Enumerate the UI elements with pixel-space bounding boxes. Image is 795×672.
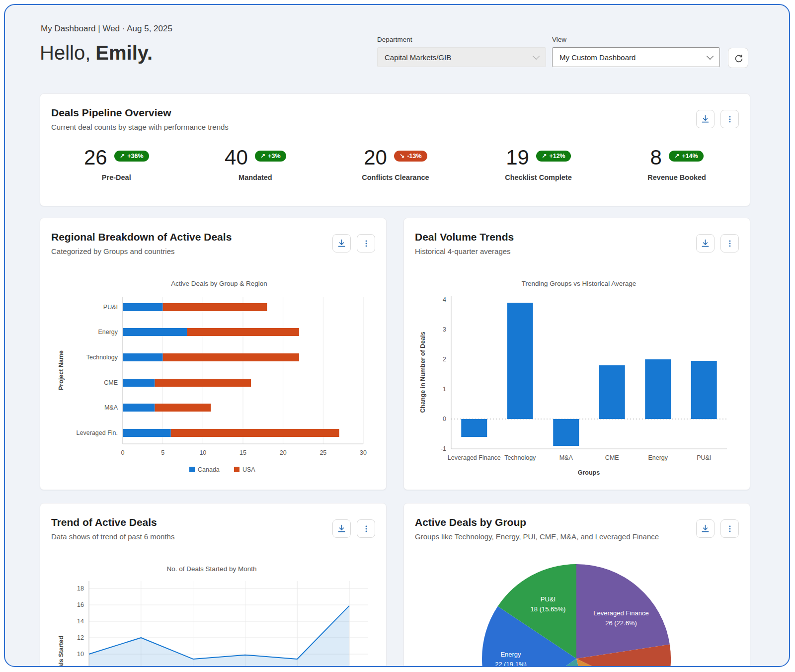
more-options-button[interactable]: [720, 110, 739, 128]
svg-text:12: 12: [77, 634, 84, 641]
kpi-label: Checklist Complete: [505, 173, 572, 181]
svg-text:Trending Groups vs Historical: Trending Groups vs Historical Average: [522, 280, 636, 287]
download-button[interactable]: [696, 234, 715, 252]
kpi-delta: +14%: [682, 153, 698, 160]
svg-text:Canada: Canada: [198, 466, 220, 473]
department-label: Department: [377, 36, 546, 43]
svg-text:10: 10: [77, 651, 84, 658]
svg-text:4: 4: [443, 296, 446, 303]
regional-breakdown-chart: Active Deals by Group & Region0510152025…: [40, 276, 386, 490]
trend-badge: ↗+14%: [669, 151, 704, 162]
page-title: Hello,Emily.: [40, 42, 153, 64]
regional-breakdown-card: Regional Breakdown of Active Deals Categ…: [40, 218, 387, 490]
download-icon: [336, 523, 347, 534]
svg-text:Technology: Technology: [86, 354, 118, 361]
kpi-row: 26 ↗+36% Pre-Deal 40 ↗+3% Mandated 20 ↘-…: [40, 147, 750, 181]
svg-text:CME: CME: [605, 454, 619, 461]
kpi-value: 8: [650, 147, 662, 168]
view-select[interactable]: My Custom Dashboard: [552, 47, 720, 67]
card-title: Trend of Active Deals: [51, 516, 157, 528]
svg-text:Active Deals by Group & Region: Active Deals by Group & Region: [171, 280, 267, 287]
download-button[interactable]: [332, 519, 351, 538]
deals-trend-chart: No. of Deals Started by Month1816141210D…: [40, 561, 386, 667]
card-subtitle: Data shows of trend of past 6 months: [51, 532, 174, 541]
kpi-label: Conflicts Clearance: [362, 173, 429, 181]
card-title: Deal Volume Trends: [415, 231, 514, 243]
trend-down-icon: ↘: [399, 152, 404, 160]
svg-text:26 (22.6%): 26 (22.6%): [605, 619, 637, 627]
svg-text:Groups: Groups: [578, 469, 600, 476]
trend-up-icon: ↗: [674, 152, 679, 160]
kebab-menu-icon: [725, 524, 735, 534]
kpi-label: Revenue Booked: [647, 173, 706, 181]
trend-up-icon: ↗: [260, 152, 265, 160]
department-select[interactable]: Capital Markets/GIB: [377, 47, 546, 67]
svg-text:5: 5: [161, 449, 164, 456]
deal-volume-trends-card: Deal Volume Trends Historical 4-quarter …: [403, 218, 750, 490]
svg-text:18: 18: [77, 585, 84, 592]
refresh-button[interactable]: [728, 48, 748, 68]
svg-text:1: 1: [443, 386, 446, 393]
trend-badge: ↘-13%: [394, 151, 427, 162]
more-options-button[interactable]: [720, 519, 739, 538]
svg-text:20: 20: [280, 449, 287, 456]
download-button[interactable]: [696, 110, 715, 128]
kpi-label: Pre-Deal: [84, 173, 149, 181]
dashboard-page: My Dashboard | Wed · Aug 5, 2025 Hello,E…: [4, 4, 790, 667]
kpi-mandated: 40 ↗+3% Mandated: [225, 147, 286, 181]
kpi-delta: +3%: [268, 153, 280, 160]
svg-text:Energy: Energy: [648, 454, 668, 461]
card-subtitle: Groups like Technology, Energy, PUI, CME…: [415, 532, 659, 541]
chevron-down-icon: [533, 52, 540, 59]
chevron-down-icon: [707, 52, 714, 59]
svg-text:14: 14: [77, 618, 84, 625]
download-icon: [700, 523, 711, 534]
trend-of-active-deals-card: Trend of Active Deals Data shows of tren…: [40, 503, 387, 667]
trend-badge: ↗+3%: [255, 151, 286, 162]
more-options-button[interactable]: [357, 519, 375, 538]
kpi-checklist-complete: 19 ↗+12% Checklist Complete: [505, 147, 572, 181]
svg-text:Leveraged Finance: Leveraged Finance: [448, 454, 501, 461]
kpi-label: Mandated: [225, 173, 286, 181]
card-title: Deals Pipeline Overview: [51, 107, 171, 119]
kpi-delta: +12%: [549, 153, 565, 160]
card-title: Active Deals by Group: [415, 516, 526, 528]
view-label: View: [552, 36, 720, 43]
view-field: View My Custom Dashboard: [552, 36, 720, 67]
department-value: Capital Markets/GIB: [385, 53, 451, 62]
svg-text:0: 0: [121, 449, 125, 456]
svg-text:Energy: Energy: [98, 329, 118, 336]
svg-text:M&A: M&A: [104, 404, 118, 411]
view-value: My Custom Dashboard: [559, 53, 636, 62]
svg-text:22 (19.1%): 22 (19.1%): [495, 661, 527, 667]
svg-text:USA: USA: [242, 466, 255, 473]
kpi-delta: -13%: [407, 153, 421, 160]
svg-text:2: 2: [443, 356, 446, 363]
svg-text:10: 10: [199, 449, 206, 456]
kpi-revenue-booked: 8 ↗+14% Revenue Booked: [647, 147, 706, 181]
kebab-menu-icon: [725, 239, 735, 249]
kpi-value: 19: [506, 147, 529, 168]
svg-text:25: 25: [319, 449, 326, 456]
card-subtitle: Categorized by Groups and countries: [51, 247, 174, 255]
svg-text:16: 16: [77, 601, 84, 608]
refresh-icon: [733, 53, 744, 64]
card-subtitle: Historical 4-quarter averages: [415, 247, 511, 255]
svg-text:Change in Number of Deals: Change in Number of Deals: [419, 332, 426, 413]
card-title: Regional Breakdown of Active Deals: [51, 231, 232, 243]
svg-text:-1: -1: [441, 445, 446, 452]
kpi-conflicts-clearance: 20 ↘-13% Conflicts Clearance: [362, 147, 429, 181]
more-options-button[interactable]: [720, 234, 739, 252]
svg-text:M&A: M&A: [559, 454, 573, 461]
svg-text:Energy: Energy: [500, 651, 521, 658]
deals-pipeline-card: Deals Pipeline Overview Current deal cou…: [40, 93, 750, 206]
greeting-name: Emily.: [95, 42, 153, 64]
svg-text:PU&I: PU&I: [697, 454, 711, 461]
download-icon: [700, 114, 711, 124]
download-button[interactable]: [332, 234, 351, 252]
kpi-value: 40: [225, 147, 248, 168]
active-deals-by-group-card: Active Deals by Group Groups like Techno…: [403, 503, 750, 667]
kpi-pre-deal: 26 ↗+36% Pre-Deal: [84, 147, 149, 181]
more-options-button[interactable]: [357, 234, 375, 252]
download-button[interactable]: [696, 519, 715, 538]
